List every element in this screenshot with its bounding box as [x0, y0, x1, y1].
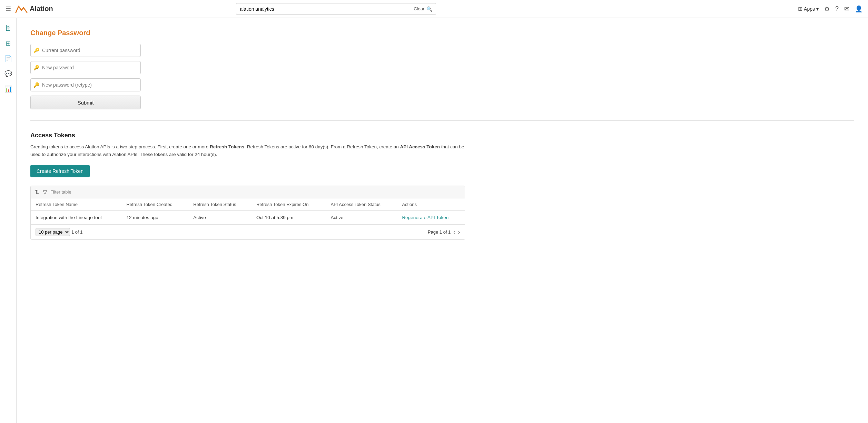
chart-icon: 📊 [4, 85, 12, 93]
change-password-section: Change Password 🔑 🔑 🔑 Submit [30, 29, 854, 109]
access-tokens-section: Access Tokens Creating tokens to access … [30, 132, 854, 240]
current-password-input[interactable] [42, 48, 138, 53]
sidebar: 🗄 ⊞ 📄 💬 📊 [0, 18, 17, 423]
settings-icon[interactable]: ⚙ [824, 5, 830, 13]
page-navigation: Page 1 of 1 ‹ › [428, 229, 460, 235]
page-label: Page 1 of 1 [428, 229, 451, 235]
chat-icon: 💬 [4, 70, 12, 78]
prev-page-button[interactable]: ‹ [453, 229, 455, 235]
regenerate-api-token-link[interactable]: Regenerate API Token [402, 215, 448, 220]
hamburger-menu[interactable]: ☰ [6, 5, 11, 13]
sidebar-item-conversations[interactable]: 💬 [2, 68, 14, 80]
filter-icon[interactable]: ▽ [43, 189, 47, 195]
sidebar-item-analytics[interactable]: 📊 [2, 83, 14, 95]
password-icon-3: 🔑 [33, 82, 39, 88]
change-password-title: Change Password [30, 29, 854, 37]
next-page-button[interactable]: › [458, 229, 460, 235]
tokens-table: Refresh Token Name Refresh Token Created… [31, 198, 465, 224]
cell-api-status: Active [326, 211, 397, 225]
catalog-icon: ⊞ [6, 40, 11, 47]
col-header-created: Refresh Token Created [121, 198, 188, 211]
create-refresh-token-button[interactable]: Create Refresh Token [30, 165, 90, 177]
cell-token-created: 12 minutes ago [121, 211, 188, 225]
notifications-icon[interactable]: ✉ [844, 5, 849, 13]
top-navigation: ☰ Alation Clear 🔍 ⊞ Apps ▾ ⚙ ? ✉ 👤 [0, 0, 868, 18]
pagination-bar: 10 per page25 per page50 per page 1 of 1… [31, 224, 465, 239]
new-password-input[interactable] [42, 65, 138, 70]
access-tokens-title: Access Tokens [30, 132, 854, 139]
col-header-status: Refresh Token Status [188, 198, 251, 211]
table-row: Integration with the Lineage tool12 minu… [31, 211, 465, 225]
submit-button[interactable]: Submit [30, 96, 141, 109]
search-bar: Clear 🔍 [236, 3, 436, 15]
sidebar-item-catalog[interactable]: ⊞ [2, 37, 14, 50]
per-page-selector: 10 per page25 per page50 per page 1 of 1 [36, 228, 83, 236]
col-header-expires: Refresh Token Expires On [251, 198, 326, 211]
apps-menu[interactable]: ⊞ Apps ▾ [798, 6, 819, 12]
apps-chevron-icon: ▾ [816, 6, 819, 12]
cell-token-name: Integration with the Lineage tool [31, 211, 121, 225]
search-icon: 🔍 [426, 6, 432, 12]
filter-label: Filter table [50, 189, 71, 195]
sort-icon[interactable]: ⇅ [35, 189, 39, 195]
alation-logo-icon [15, 5, 28, 13]
table-header-row: Refresh Token Name Refresh Token Created… [31, 198, 465, 211]
database-icon: 🗄 [5, 25, 11, 32]
table-toolbar: ⇅ ▽ Filter table [31, 186, 465, 198]
retype-password-field: 🔑 [30, 78, 141, 91]
search-clear-button[interactable]: Clear [414, 6, 424, 11]
nav-right-actions: ⊞ Apps ▾ ⚙ ? ✉ 👤 [798, 5, 862, 13]
password-icon-2: 🔑 [33, 65, 39, 70]
count-label: 1 of 1 [71, 229, 83, 235]
search-input[interactable] [240, 6, 414, 12]
col-header-api-status: API Access Token Status [326, 198, 397, 211]
apps-grid-icon: ⊞ [798, 6, 802, 12]
document-icon: 📄 [4, 55, 12, 62]
per-page-dropdown[interactable]: 10 per page25 per page50 per page [36, 228, 70, 236]
col-header-actions: Actions [397, 198, 465, 211]
retype-password-input[interactable] [42, 82, 138, 88]
help-icon[interactable]: ? [835, 5, 839, 12]
cell-token-status: Active [188, 211, 251, 225]
main-content: Change Password 🔑 🔑 🔑 Submit Access Toke… [17, 18, 868, 423]
cell-token-expires: Oct 10 at 5:39 pm [251, 211, 326, 225]
logo-text: Alation [30, 5, 53, 13]
tokens-table-container: ⇅ ▽ Filter table Refresh Token Name Refr… [30, 186, 465, 240]
new-password-field: 🔑 [30, 61, 141, 74]
logo-link[interactable]: Alation [15, 5, 53, 13]
user-icon[interactable]: 👤 [855, 5, 862, 13]
current-password-field: 🔑 [30, 44, 141, 57]
sidebar-item-documents[interactable]: 📄 [2, 52, 14, 65]
password-icon-1: 🔑 [33, 48, 39, 53]
cell-action[interactable]: Regenerate API Token [397, 211, 465, 225]
sidebar-item-data[interactable]: 🗄 [2, 22, 14, 35]
section-divider [30, 120, 854, 121]
access-tokens-description: Creating tokens to access Alation APIs i… [30, 143, 465, 158]
col-header-name: Refresh Token Name [31, 198, 121, 211]
apps-label: Apps [804, 6, 815, 12]
